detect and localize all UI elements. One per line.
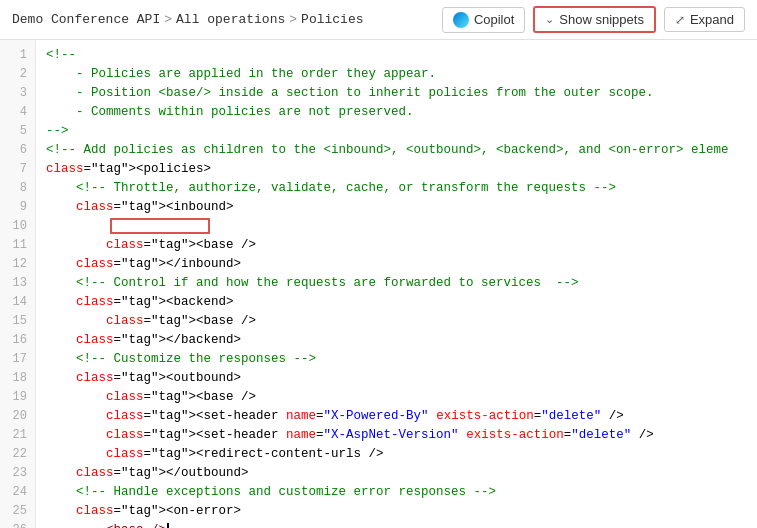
- code-line: - Position <base/> inside a section to i…: [36, 84, 757, 103]
- highlight-selection: [110, 218, 210, 234]
- line-number: 3: [0, 84, 35, 103]
- breadcrumb-part1: Demo Conference API: [12, 12, 160, 27]
- code-line: class="tag"></inbound>: [36, 255, 757, 274]
- expand-label: Expand: [690, 12, 734, 27]
- code-line: - Comments within policies are not prese…: [36, 103, 757, 122]
- code-line: class="tag"><set-header name="X-AspNet-V…: [36, 426, 757, 445]
- code-line: <base />: [36, 521, 757, 528]
- line-number: 11: [0, 236, 35, 255]
- breadcrumb-part2: All operations: [176, 12, 285, 27]
- breadcrumb-sep1: >: [164, 12, 172, 27]
- snippets-label: Show snippets: [559, 12, 644, 27]
- line-number: 4: [0, 103, 35, 122]
- header-actions: Copilot ⌄ Show snippets ⤢ Expand: [442, 6, 745, 33]
- line-number: 15: [0, 312, 35, 331]
- code-line: class="tag"><policies>: [36, 160, 757, 179]
- header-bar: Demo Conference API > All operations > P…: [0, 0, 757, 40]
- line-number: 2: [0, 65, 35, 84]
- code-line: class="tag"><base />: [36, 236, 757, 255]
- code-line: - Policies are applied in the order they…: [36, 65, 757, 84]
- code-line: class="tag"><outbound>: [36, 369, 757, 388]
- code-line: class="tag"><backend>: [36, 293, 757, 312]
- line-number: 7: [0, 160, 35, 179]
- code-line: class="tag"><set-header name="X-Powered-…: [36, 407, 757, 426]
- line-number: 16: [0, 331, 35, 350]
- code-line: [36, 217, 757, 236]
- breadcrumb-sep2: >: [289, 12, 297, 27]
- line-number: 9: [0, 198, 35, 217]
- show-snippets-button[interactable]: ⌄ Show snippets: [533, 6, 656, 33]
- expand-button[interactable]: ⤢ Expand: [664, 7, 745, 32]
- code-line: <!-- Control if and how the requests are…: [36, 274, 757, 293]
- code-line: class="tag"><inbound>: [36, 198, 757, 217]
- code-line: class="tag"><base />: [36, 312, 757, 331]
- line-numbers: 1234567891011121314151617181920212223242…: [0, 40, 36, 528]
- code-line: class="tag"><redirect-content-urls />: [36, 445, 757, 464]
- line-number: 20: [0, 407, 35, 426]
- line-number: 8: [0, 179, 35, 198]
- breadcrumb: Demo Conference API > All operations > P…: [12, 12, 364, 27]
- code-line: <!-- Handle exceptions and customize err…: [36, 483, 757, 502]
- line-number: 19: [0, 388, 35, 407]
- code-line: <!-- Throttle, authorize, validate, cach…: [36, 179, 757, 198]
- line-number: 10: [0, 217, 35, 236]
- line-number: 26: [0, 521, 35, 528]
- line-number: 17: [0, 350, 35, 369]
- line-number: 13: [0, 274, 35, 293]
- breadcrumb-part3: Policies: [301, 12, 363, 27]
- code-line: class="tag"></backend>: [36, 331, 757, 350]
- chevron-down-icon: ⌄: [545, 13, 554, 26]
- line-number: 25: [0, 502, 35, 521]
- line-number: 1: [0, 46, 35, 65]
- copilot-button[interactable]: Copilot: [442, 7, 525, 33]
- line-number: 18: [0, 369, 35, 388]
- line-number: 14: [0, 293, 35, 312]
- line-number: 22: [0, 445, 35, 464]
- code-editor[interactable]: 1234567891011121314151617181920212223242…: [0, 40, 757, 528]
- code-line: <!-- Add policies as children to the <in…: [36, 141, 757, 160]
- code-line: <!--: [36, 46, 757, 65]
- line-number: 23: [0, 464, 35, 483]
- code-line: class="tag"><base />: [36, 388, 757, 407]
- line-number: 21: [0, 426, 35, 445]
- expand-icon: ⤢: [675, 13, 685, 27]
- line-number: 12: [0, 255, 35, 274]
- line-number: 24: [0, 483, 35, 502]
- code-content[interactable]: <!-- - Policies are applied in the order…: [36, 40, 757, 528]
- copilot-icon: [453, 12, 469, 28]
- line-number: 5: [0, 122, 35, 141]
- code-line: <!-- Customize the responses -->: [36, 350, 757, 369]
- copilot-label: Copilot: [474, 12, 514, 27]
- code-line: class="tag"><on-error>: [36, 502, 757, 521]
- line-number: 6: [0, 141, 35, 160]
- code-line: -->: [36, 122, 757, 141]
- code-line: class="tag"></outbound>: [36, 464, 757, 483]
